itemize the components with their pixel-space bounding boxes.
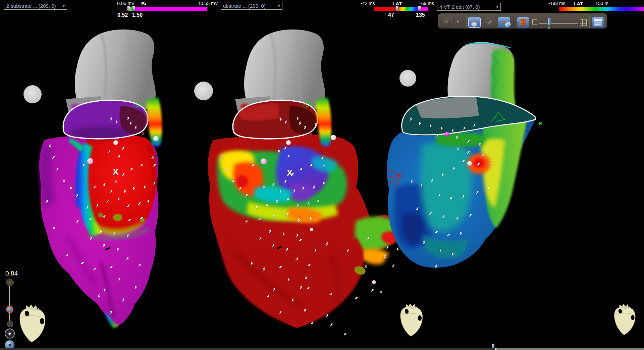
white-tag-sphere[interactable] <box>153 136 159 141</box>
electrogram-point-marker: ✗ <box>138 263 142 267</box>
map-selector-left-label: 2-substrate ... (209, 0) <box>6 3 56 9</box>
map-selector-left[interactable]: 2-substrate ... (209, 0) ▾ <box>4 2 67 10</box>
electrogram-point-marker: ✗ <box>143 185 147 189</box>
electrogram-point-marker: ✗ <box>449 196 452 200</box>
bi-color-bar[interactable] <box>127 7 207 11</box>
electrogram-point-marker: ✗ <box>364 265 368 269</box>
scissors-icon: ✂ <box>485 18 494 27</box>
electrogram-point-marker: ✗ <box>122 173 125 177</box>
electrogram-point-marker: ✗ <box>129 121 133 126</box>
lat-mid-low-value: 47 <box>388 12 394 18</box>
electrogram-point-marker: ✗ <box>89 217 93 221</box>
electrogram-point-marker: ✗ <box>56 167 59 171</box>
orientation-letter: R <box>539 121 542 126</box>
electrogram-point-marker: ✗ <box>285 212 289 217</box>
reset-orientation-button[interactable]: ♥ <box>5 329 15 339</box>
erase-tool-button[interactable]: ♥ <box>498 17 511 28</box>
electrogram-point-marker: ✗ <box>302 186 306 191</box>
electrogram-point-marker: ✗ <box>383 255 386 259</box>
toolbar-dropdown-chevron-icon[interactable]: ▾ <box>457 18 459 24</box>
electrogram-point-marker: ✗ <box>379 290 383 294</box>
map-selector-middle[interactable]: ubstrate ... (209, 0) ▾ <box>221 2 282 10</box>
electrogram-point-marker: ✗ <box>46 200 49 204</box>
electrogram-point-marker: ✗ <box>96 203 99 207</box>
bi-high-handle[interactable] <box>132 6 135 11</box>
bottom-slider-glyph[interactable] <box>492 344 494 348</box>
electrogram-point-marker: ✗ <box>442 215 445 219</box>
bi-scale-min: 0.06 mV <box>117 1 135 6</box>
toolbar-separator <box>466 16 467 28</box>
electrogram-point-marker: ✗ <box>440 126 444 131</box>
lat-right-color-bar[interactable] <box>559 7 644 11</box>
electrogram-point-marker: ✗ <box>66 253 69 257</box>
magenta-tag-sphere[interactable] <box>445 132 449 137</box>
mesh-fill-tool-button[interactable] <box>517 17 529 28</box>
white-tag-sphere[interactable] <box>310 228 313 231</box>
zoom-in-button[interactable]: + <box>6 279 14 286</box>
electrogram-point-marker: ✗ <box>292 189 297 193</box>
electrogram-point-marker: ✗ <box>126 116 130 121</box>
electrogram-point-marker: ✗ <box>258 217 262 222</box>
zoom-out-button[interactable]: − <box>7 320 13 327</box>
electrogram-point-marker: ✗ <box>422 240 426 245</box>
heart-eraser-icon: ♥ <box>502 19 506 25</box>
electrogram-point-marker: ✗ <box>75 219 79 224</box>
white-tag-sphere[interactable] <box>467 161 472 166</box>
electrogram-point-marker: ✗ <box>109 310 113 315</box>
bi-low-handle[interactable] <box>127 6 130 11</box>
zoom-slider-knob[interactable] <box>6 306 13 313</box>
electrogram-point-marker: ✗ <box>286 197 289 201</box>
pink-tag-sphere[interactable] <box>372 280 376 284</box>
electrogram-point-marker: ✗ <box>86 206 89 209</box>
electrogram-point-marker: ✗ <box>250 261 254 266</box>
electrogram-point-marker: ✗ <box>311 321 314 325</box>
black-line-tag <box>105 247 111 251</box>
electrogram-point-marker: ✗ <box>441 172 445 177</box>
bottom-scrollbar-right[interactable] <box>496 348 644 350</box>
reference-gray-circle <box>399 70 416 87</box>
lat-mid-min: -42 ms <box>361 1 375 6</box>
plus-icon: + <box>8 280 11 285</box>
record-point-button[interactable] <box>441 17 453 28</box>
electrogram-point-marker: ✗ <box>268 229 272 234</box>
window-panel-icon <box>594 19 602 26</box>
electrogram-point-marker: ✗ <box>127 218 132 223</box>
electrogram-point-marker: ✗ <box>446 233 451 238</box>
mesh-density-value: 6 <box>548 26 550 30</box>
electrogram-point-marker: ✗ <box>459 231 463 236</box>
red-point-marker: ✗ <box>309 132 313 136</box>
large-grid-icon[interactable] <box>580 19 587 26</box>
small-grid-icon[interactable] <box>532 19 537 24</box>
electrogram-point-marker: ✗ <box>409 117 413 122</box>
mesh-density-slider-handle[interactable] <box>547 18 551 26</box>
bottom-scrollbar-left[interactable] <box>0 348 495 350</box>
map-selector-right-label: 4-VT 2 edit (87, 0) <box>439 4 480 10</box>
map-selector-right[interactable]: 4-VT 2 edit (87, 0) ▾ <box>437 3 501 11</box>
electrogram-point-marker: ✗ <box>467 151 470 155</box>
lasso-select-tool-button[interactable]: ♥ <box>468 17 481 28</box>
cut-tool-button[interactable]: ✂ <box>484 17 496 28</box>
lat-mid-low-handle[interactable] <box>395 6 398 11</box>
selected-point-x-marker[interactable]: X <box>113 167 118 176</box>
selected-point-x-marker[interactable]: X <box>287 168 292 177</box>
pale-tag-sphere[interactable] <box>286 140 291 145</box>
electrogram-point-marker: ✗ <box>283 180 287 184</box>
pink-tag-sphere[interactable] <box>87 158 93 164</box>
lat-mid-max: 169 ms <box>419 1 434 6</box>
carto-mapping-screen: ✗✗✗✗✗✗✗✗✗✗✗✗✗✗✗✗✗✗✗✗✗✗✗✗✗✗✗✗✗✗✗✗✗✗✗✗✗✗✗✗… <box>0 0 644 350</box>
lat-mid-color-bar[interactable] <box>374 7 428 11</box>
mesh-density-slider-track[interactable] <box>539 23 578 24</box>
electrogram-point-marker: ✗ <box>434 230 438 235</box>
record-circle-icon <box>444 19 450 25</box>
electrogram-point-marker: ✗ <box>438 193 441 197</box>
bi-low-value: 0.52 <box>117 12 128 18</box>
electrogram-point-marker: ✗ <box>284 120 288 124</box>
window-layout-button[interactable] <box>592 17 604 28</box>
pink-tag-sphere[interactable] <box>261 158 267 164</box>
lat-mid-high-handle[interactable] <box>418 6 421 11</box>
zoom-slider-track[interactable] <box>9 286 10 322</box>
pale-tag-sphere[interactable] <box>113 140 118 145</box>
electrogram-point-marker: ✗ <box>121 298 125 302</box>
electrogram-point-marker: ✗ <box>117 197 120 201</box>
white-tag-sphere[interactable] <box>331 135 336 140</box>
